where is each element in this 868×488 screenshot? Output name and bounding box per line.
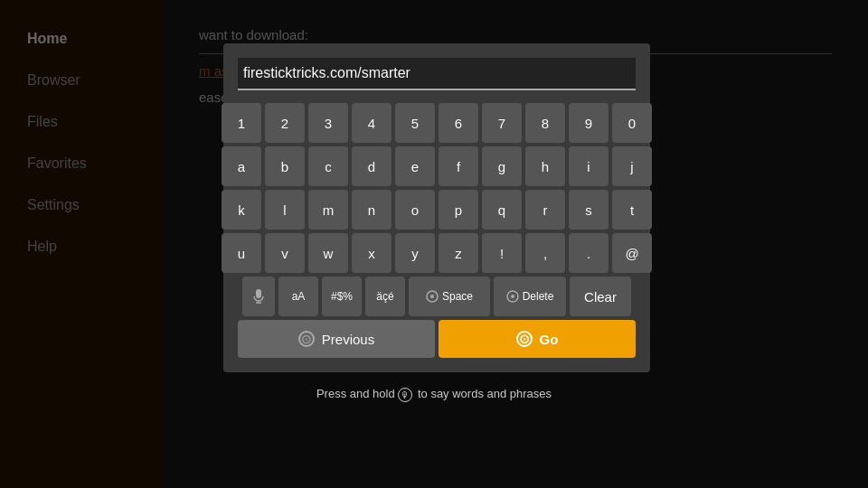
key-comma[interactable]: ,	[525, 233, 565, 273]
keyboard: 1 2 3 4 5 6 7 8 9 0 a b c d e f g h i j …	[238, 103, 636, 316]
key-w[interactable]: w	[308, 233, 348, 273]
key-k[interactable]: k	[222, 190, 261, 230]
key-g[interactable]: g	[482, 146, 522, 186]
key-z[interactable]: z	[439, 233, 478, 273]
keyboard-dialog: 1 2 3 4 5 6 7 8 9 0 a b c d e f g h i j …	[223, 43, 650, 372]
key-j[interactable]: j	[612, 146, 652, 186]
key-5[interactable]: 5	[395, 103, 435, 143]
key-q[interactable]: q	[482, 190, 522, 230]
go-button[interactable]: Go	[439, 320, 636, 358]
symbols-key[interactable]: #$%	[322, 277, 362, 316]
key-m[interactable]: m	[308, 190, 348, 230]
key-x[interactable]: x	[352, 233, 392, 273]
key-v[interactable]: v	[265, 233, 305, 273]
key-6[interactable]: 6	[439, 103, 478, 143]
key-n[interactable]: n	[352, 190, 392, 230]
key-h[interactable]: h	[525, 146, 565, 186]
key-at[interactable]: @	[612, 233, 652, 273]
key-y[interactable]: y	[395, 233, 435, 273]
mic-key[interactable]	[242, 277, 275, 316]
key-s[interactable]: s	[569, 190, 609, 230]
svg-rect-0	[256, 289, 261, 298]
key-row-letters-1: a b c d e f g h i j	[238, 146, 636, 186]
delete-key[interactable]: Delete	[494, 277, 566, 316]
key-row-numbers: 1 2 3 4 5 6 7 8 9 0	[238, 103, 636, 143]
key-7[interactable]: 7	[482, 103, 522, 143]
key-f[interactable]: f	[439, 146, 478, 186]
key-1[interactable]: 1	[222, 103, 261, 143]
key-0[interactable]: 0	[612, 103, 652, 143]
key-9[interactable]: 9	[569, 103, 609, 143]
svg-point-4	[430, 295, 434, 298]
key-exclaim[interactable]: !	[482, 233, 522, 273]
key-u[interactable]: u	[222, 233, 261, 273]
key-row-letters-3: u v w x y z ! , . @	[238, 233, 636, 273]
case-toggle-key[interactable]: aA	[278, 277, 318, 316]
key-2[interactable]: 2	[265, 103, 305, 143]
key-i[interactable]: i	[569, 146, 609, 186]
clear-key[interactable]: Clear	[570, 277, 631, 316]
key-c[interactable]: c	[308, 146, 348, 186]
action-row: Previous Go	[238, 320, 636, 358]
key-l[interactable]: l	[265, 190, 305, 230]
key-a[interactable]: a	[222, 146, 261, 186]
previous-button[interactable]: Previous	[238, 320, 435, 358]
previous-icon	[298, 331, 315, 347]
key-8[interactable]: 8	[525, 103, 565, 143]
key-3[interactable]: 3	[308, 103, 348, 143]
key-b[interactable]: b	[265, 146, 305, 186]
key-row-letters-2: k l m n o p q r s t	[238, 190, 636, 230]
go-icon	[516, 331, 533, 347]
key-row-special: aA #$% äçé Space Delete Clear	[238, 277, 636, 316]
key-e[interactable]: e	[395, 146, 435, 186]
key-period[interactable]: .	[569, 233, 609, 273]
key-o[interactable]: o	[395, 190, 435, 230]
hint-text: Press and hold 🎙 to say words and phrase…	[0, 387, 868, 402]
key-p[interactable]: p	[439, 190, 478, 230]
key-d[interactable]: d	[352, 146, 392, 186]
space-key[interactable]: Space	[409, 277, 490, 316]
svg-point-6	[511, 295, 514, 298]
key-t[interactable]: t	[612, 190, 652, 230]
accents-key[interactable]: äçé	[365, 277, 405, 316]
hint-mic-icon: 🎙	[398, 388, 412, 402]
key-r[interactable]: r	[525, 190, 565, 230]
key-4[interactable]: 4	[352, 103, 392, 143]
url-input[interactable]	[238, 58, 636, 90]
